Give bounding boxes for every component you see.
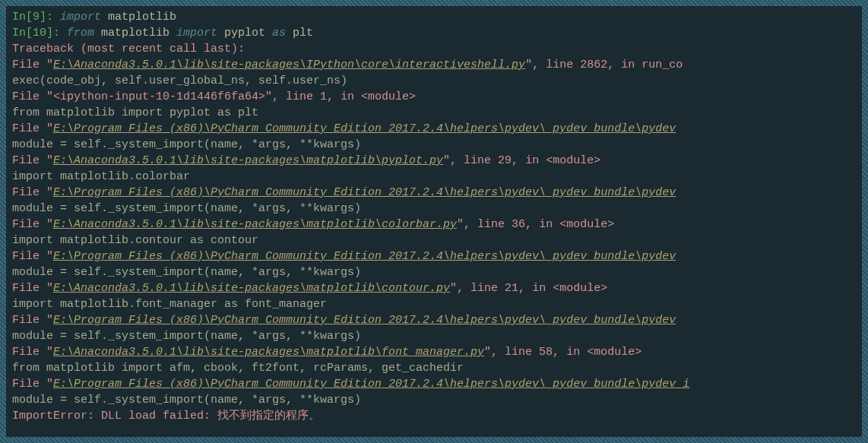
file-path-link[interactable]: E:\Anaconda3.5.0.1\lib\site-packages\mat… bbox=[53, 346, 484, 359]
traceback-code-line: module = self._system_import(name, *args… bbox=[12, 328, 856, 344]
traceback-frames: File "E:\Anaconda3.5.0.1\lib\site-packag… bbox=[12, 57, 856, 408]
input-line-10: In[10]: from matplotlib import pyplot as… bbox=[12, 25, 856, 41]
input-line-9: In[9]: import matplotlib bbox=[12, 9, 856, 25]
traceback-code-line: module = self._system_import(name, *args… bbox=[12, 392, 856, 408]
keyword-as: as bbox=[272, 27, 286, 40]
module-alias: plt bbox=[286, 27, 313, 40]
traceback-code-line: exec(code_obj, self.user_global_ns, self… bbox=[12, 73, 856, 89]
keyword-from: from bbox=[67, 27, 94, 40]
traceback-file-line: File "<ipython-input-10-1d1446f6fa64>", … bbox=[12, 89, 856, 105]
traceback-file-line: File "E:\Program Files (x86)\PyCharm Com… bbox=[12, 312, 856, 328]
module-name: pyplot bbox=[217, 27, 272, 40]
file-path-link[interactable]: E:\Anaconda3.5.0.1\lib\site-packages\mat… bbox=[53, 282, 450, 295]
file-prefix: File " bbox=[12, 346, 53, 359]
keyword-import: import bbox=[176, 27, 217, 40]
prompt-10: In[10]: bbox=[12, 27, 67, 40]
file-suffix: ", line 2862, in run_co bbox=[525, 59, 683, 71]
file-path-link[interactable]: E:\Anaconda3.5.0.1\lib\site-packages\mat… bbox=[53, 218, 457, 231]
file-prefix: File " bbox=[12, 378, 53, 391]
file-suffix: ", line 29, in <module> bbox=[443, 154, 600, 167]
traceback-file-line: File "E:\Anaconda3.5.0.1\lib\site-packag… bbox=[12, 280, 856, 296]
traceback-file-line: File "E:\Anaconda3.5.0.1\lib\site-packag… bbox=[12, 344, 856, 360]
file-prefix: File " bbox=[12, 250, 53, 263]
traceback-code-line: module = self._system_import(name, *args… bbox=[12, 264, 856, 280]
traceback-file-line: File "E:\Program Files (x86)\PyCharm Com… bbox=[12, 121, 856, 137]
file-suffix: ", line 58, in <module> bbox=[484, 346, 641, 359]
file-path-link[interactable]: E:\Program Files (x86)\PyCharm Community… bbox=[53, 378, 689, 391]
module-name: matplotlib bbox=[94, 27, 176, 40]
file-path-link[interactable]: E:\Anaconda3.5.0.1\lib\site-packages\IPy… bbox=[53, 59, 525, 71]
traceback-file-line: File "E:\Anaconda3.5.0.1\lib\site-packag… bbox=[12, 217, 856, 233]
traceback-code-line: import matplotlib.font_manager as font_m… bbox=[12, 296, 856, 312]
keyword-import: import bbox=[60, 11, 101, 24]
traceback-file-line: File "E:\Program Files (x86)\PyCharm Com… bbox=[12, 185, 856, 201]
traceback-code-line: import matplotlib.contour as contour bbox=[12, 233, 856, 248]
file-prefix: File " bbox=[12, 218, 53, 231]
file-suffix: ", line 36, in <module> bbox=[457, 218, 614, 231]
traceback-file-line: File "E:\Program Files (x86)\PyCharm Com… bbox=[12, 248, 856, 264]
file-path-link[interactable]: E:\Program Files (x86)\PyCharm Community… bbox=[53, 186, 676, 199]
traceback-file-line: File "E:\Anaconda3.5.0.1\lib\site-packag… bbox=[12, 57, 856, 73]
traceback-code-line: from matplotlib import pyplot as plt bbox=[12, 105, 856, 121]
file-path-link[interactable]: E:\Program Files (x86)\PyCharm Community… bbox=[53, 250, 676, 263]
traceback-code-line: module = self._system_import(name, *args… bbox=[12, 201, 856, 217]
traceback-file-line: File "E:\Program Files (x86)\PyCharm Com… bbox=[12, 376, 856, 392]
traceback-header: Traceback (most recent call last): bbox=[12, 41, 856, 57]
traceback-file-line: File "E:\Anaconda3.5.0.1\lib\site-packag… bbox=[12, 153, 856, 169]
file-prefix: File " bbox=[12, 282, 53, 295]
file-path-link[interactable]: E:\Program Files (x86)\PyCharm Community… bbox=[53, 314, 676, 327]
file-prefix: File " bbox=[12, 59, 53, 71]
file-prefix: File " bbox=[12, 154, 53, 167]
file-path-link[interactable]: E:\Program Files (x86)\PyCharm Community… bbox=[53, 122, 676, 135]
file-suffix: ", line 21, in <module> bbox=[450, 282, 607, 295]
module-name: matplotlib bbox=[101, 11, 176, 24]
traceback-code-line: import matplotlib.colorbar bbox=[12, 169, 856, 185]
terminal-output: In[9]: import matplotlib In[10]: from ma… bbox=[6, 6, 862, 437]
prompt-9: In[9]: bbox=[12, 11, 60, 24]
file-prefix: File " bbox=[12, 314, 53, 327]
traceback-code-line: from matplotlib import afm, cbook, ft2fo… bbox=[12, 360, 856, 376]
file-prefix: File " bbox=[12, 122, 53, 135]
traceback-code-line: module = self._system_import(name, *args… bbox=[12, 137, 856, 153]
file-prefix: File " bbox=[12, 186, 53, 199]
error-message: ImportError: DLL load failed: 找不到指定的程序。 bbox=[12, 408, 856, 424]
file-line-text: File "<ipython-input-10-1d1446f6fa64>", … bbox=[12, 90, 416, 103]
file-path-link[interactable]: E:\Anaconda3.5.0.1\lib\site-packages\mat… bbox=[53, 154, 443, 167]
